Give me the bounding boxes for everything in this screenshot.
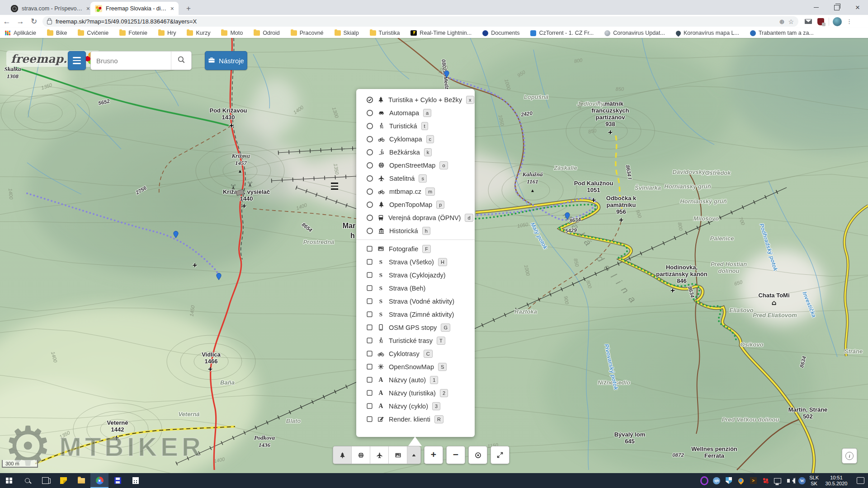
search-box[interactable] bbox=[90, 51, 192, 70]
taskbar-calculator[interactable] bbox=[127, 473, 145, 488]
forward-button[interactable]: → bbox=[14, 17, 27, 26]
taskbar-file-explorer[interactable] bbox=[72, 473, 90, 488]
profile-avatar[interactable] bbox=[833, 17, 842, 26]
menu-button[interactable] bbox=[68, 51, 86, 70]
search-submit-button[interactable] bbox=[171, 52, 191, 70]
layer-option-opensnowmap[interactable]: OpenSnowMapS bbox=[356, 360, 475, 373]
radio-icon[interactable] bbox=[366, 162, 373, 169]
map-toolbar-globe-button[interactable] bbox=[352, 446, 370, 464]
taskbar-total-commander[interactable] bbox=[108, 473, 127, 488]
layer-option-osm-gps-stopy[interactable]: OSM GPS stopyG bbox=[356, 321, 475, 334]
radio-icon[interactable] bbox=[366, 214, 373, 221]
back-button[interactable]: ← bbox=[0, 17, 14, 26]
tab-close-icon[interactable]: × bbox=[170, 5, 174, 12]
checkbox-icon[interactable] bbox=[366, 337, 373, 344]
layer-option-opentopomap[interactable]: OpenTopoMapp bbox=[356, 198, 475, 211]
checkbox-icon[interactable] bbox=[366, 245, 373, 252]
checkbox-icon[interactable] bbox=[366, 298, 373, 305]
layer-option-render-klienti[interactable]: Render. klientiR bbox=[356, 413, 475, 426]
search-input[interactable] bbox=[91, 57, 171, 65]
checkbox-icon[interactable] bbox=[366, 389, 373, 396]
map-toolbar-plane-button[interactable] bbox=[370, 446, 389, 464]
checkbox-icon[interactable] bbox=[366, 363, 373, 370]
checkbox-icon[interactable] bbox=[366, 324, 373, 331]
bookmark-item[interactable]: CzTorrent - 1. CZ Fr... bbox=[530, 30, 594, 36]
layer-option-strava-v-etko-[interactable]: S Strava (Všetko)H bbox=[356, 255, 475, 268]
layer-option-n-zvy-auto-[interactable]: A Názvy (auto)1 bbox=[356, 373, 475, 386]
radio-icon[interactable] bbox=[366, 227, 373, 235]
action-center-icon[interactable] bbox=[857, 477, 864, 484]
radio-icon[interactable] bbox=[366, 149, 373, 156]
mail-extension-icon[interactable] bbox=[805, 19, 812, 24]
layer-option-turistika-cyklo-be-ky[interactable]: Turistika + Cyklo + Bežkyx bbox=[356, 93, 475, 106]
radio-icon[interactable] bbox=[366, 136, 373, 143]
bookmark-item[interactable]: Koronavírus mapa L... bbox=[676, 30, 739, 36]
taskbar-sticky-notes[interactable] bbox=[54, 473, 72, 488]
layer-option-cyklomapa[interactable]: Cyklomapac bbox=[356, 132, 475, 145]
radio-icon[interactable] bbox=[366, 109, 373, 117]
bookmark-item[interactable]: Bike bbox=[47, 30, 67, 36]
task-view-button[interactable] bbox=[36, 473, 54, 488]
bookmark-item[interactable]: Moto bbox=[221, 30, 243, 36]
tray-terminal-icon[interactable]: > bbox=[749, 477, 757, 485]
map-toolbar-photo-button[interactable] bbox=[389, 446, 407, 464]
checkbox-icon[interactable] bbox=[366, 311, 373, 318]
bookmark-item[interactable]: Odroid bbox=[254, 30, 280, 36]
layer-option-mtbmap-cz[interactable]: mtbmap.czm bbox=[356, 185, 475, 198]
radio-icon[interactable] bbox=[366, 96, 373, 103]
bookmark-item[interactable]: Documents bbox=[482, 30, 519, 36]
map-toolbar-caret-button[interactable] bbox=[407, 446, 420, 464]
zoom-page-icon[interactable]: ⊕ bbox=[779, 18, 785, 25]
radio-icon[interactable] bbox=[366, 188, 373, 195]
layer-option-turistick-[interactable]: Turistickát bbox=[356, 119, 475, 132]
window-restore-button[interactable] bbox=[826, 0, 847, 15]
bookmark-item[interactable]: Cvičenie bbox=[78, 30, 108, 36]
checkbox-icon[interactable] bbox=[366, 403, 373, 409]
window-close-button[interactable]: × bbox=[847, 0, 868, 15]
tab-close-icon[interactable]: × bbox=[86, 5, 90, 12]
layer-option-strava-beh-[interactable]: S Strava (Beh) bbox=[356, 282, 475, 295]
taskbar-search-button[interactable] bbox=[18, 473, 36, 488]
tray-opera-icon[interactable] bbox=[700, 477, 708, 485]
layer-option-automapa[interactable]: Automapaa bbox=[356, 106, 475, 119]
map-toolbar-plus-button[interactable]: + bbox=[425, 446, 443, 464]
bookmark-item[interactable]: Aplikácie bbox=[5, 30, 36, 36]
checkbox-icon[interactable] bbox=[366, 376, 373, 383]
freemap-logo[interactable]: freemap.sk bbox=[6, 51, 100, 67]
checkbox-icon[interactable] bbox=[366, 258, 373, 265]
layer-option-cyklotrasy[interactable]: CyklotrasyC bbox=[356, 347, 475, 360]
radio-icon[interactable] bbox=[366, 175, 373, 182]
language-indicator[interactable]: SLKSK bbox=[809, 475, 819, 487]
bookmark-item[interactable]: Real-Time Lightnin... bbox=[410, 30, 472, 36]
tray-defender-icon[interactable] bbox=[725, 477, 733, 485]
tray-volume-icon[interactable] bbox=[786, 477, 794, 485]
tray-qbittorrent-icon[interactable]: qb bbox=[712, 477, 721, 485]
layer-option-strava-cyklojazdy-[interactable]: S Strava (Cyklojazdy) bbox=[356, 268, 475, 282]
tools-button[interactable]: Nástroje bbox=[205, 51, 247, 70]
taskbar-chrome[interactable] bbox=[90, 473, 108, 488]
bookmark-item[interactable]: Skialp bbox=[335, 30, 359, 36]
checkbox-icon[interactable] bbox=[366, 285, 373, 291]
map-toolbar-expand-button[interactable] bbox=[491, 446, 509, 464]
bookmark-item[interactable]: Kurzy bbox=[187, 30, 210, 36]
bookmark-item[interactable]: Fotenie bbox=[119, 30, 147, 36]
bookmark-star-icon[interactable]: ☆ bbox=[788, 18, 794, 25]
tray-w-app-icon[interactable]: W bbox=[798, 477, 806, 485]
address-bar[interactable]: freemap.sk/?map=15/49.091251/18.836467&l… bbox=[42, 16, 798, 27]
layer-option-historick-[interactable]: Historickáh bbox=[356, 224, 475, 237]
layer-option-strava-vodn-aktivity-[interactable]: S Strava (Vodné aktivity) bbox=[356, 295, 475, 308]
checkbox-icon[interactable] bbox=[366, 272, 373, 278]
layer-option-strava-zimn-aktivity-[interactable]: S Strava (Zimné aktivity) bbox=[356, 308, 475, 321]
adblock-extension-icon[interactable] bbox=[817, 18, 824, 25]
map-toolbar-minus-button[interactable]: − bbox=[447, 446, 465, 464]
map-toolbar-tree-button[interactable] bbox=[333, 446, 352, 464]
layer-option-turistick-trasy[interactable]: Turistické trasyT bbox=[356, 334, 475, 347]
layer-option-satelitn-[interactable]: Satelitnás bbox=[356, 172, 475, 185]
clock[interactable]: 10:5130.5.2020 bbox=[822, 475, 851, 487]
tray-media-red-icon[interactable] bbox=[761, 477, 769, 485]
layer-option-fotografie[interactable]: FotografieF bbox=[356, 242, 475, 255]
tray-map-pin-icon[interactable] bbox=[737, 477, 745, 485]
bookmark-item[interactable]: Trabantem tam a za... bbox=[750, 30, 814, 36]
start-button[interactable] bbox=[0, 473, 18, 488]
attribution-button[interactable]: i bbox=[842, 448, 857, 464]
